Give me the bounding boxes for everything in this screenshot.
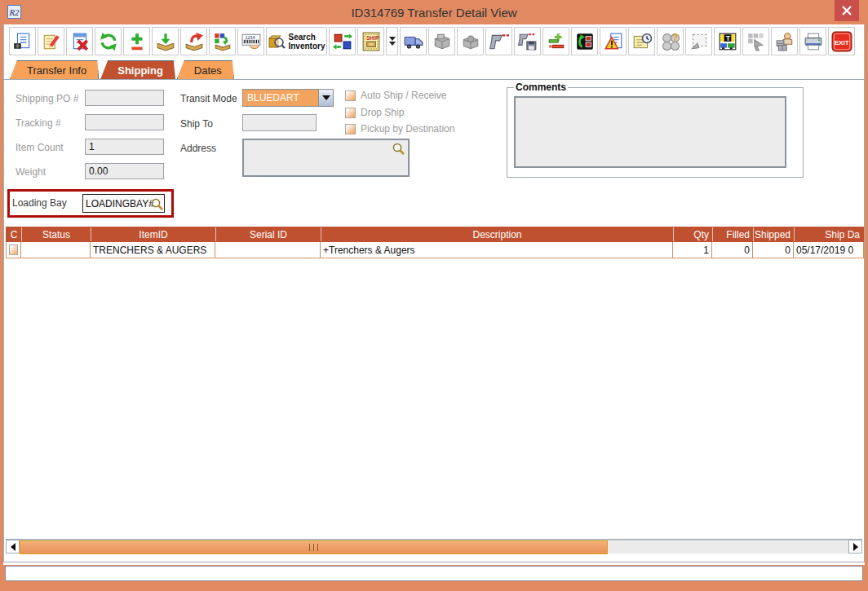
delete-transfer-button[interactable] (66, 27, 93, 55)
reverse-transfer-icon (575, 32, 595, 51)
row-cell-shipped: 0 (753, 242, 794, 258)
window-title: ID314769 Transfer Detail View (0, 6, 868, 20)
package-alt-disabled-button (457, 27, 484, 55)
scanner-gun-icon (489, 32, 509, 51)
auto-ship-receive-checkbox[interactable] (345, 90, 356, 101)
loading-bay-input[interactable]: LOADINGBAY# (82, 194, 165, 213)
row-select-checkbox[interactable] (9, 245, 18, 255)
auto-ship-receive-label: Auto Ship / Receive (361, 90, 446, 101)
col-header-c[interactable]: C (7, 227, 21, 241)
comments-textarea[interactable] (514, 96, 786, 168)
items-grid: C Status ItemID Serial ID Description Qt… (6, 227, 864, 258)
title-bar: R2 ID314769 Transfer Detail View (0, 0, 868, 24)
scan-save-button[interactable] (514, 27, 541, 55)
search-inventory-button[interactable]: SearchInventory (266, 27, 327, 55)
scroll-right-button[interactable] (848, 540, 862, 554)
scrollbar-track[interactable] (20, 540, 848, 554)
comments-label: Comments (514, 82, 568, 93)
scrollbar-thumb[interactable] (20, 540, 608, 554)
auto-ship-receive-row: Auto Ship / Receive (345, 90, 446, 101)
weight-input[interactable] (85, 163, 164, 179)
shipping-po-label: Shipping PO # (16, 93, 78, 104)
tab-label: Dates (194, 64, 222, 77)
truck-icon (404, 32, 423, 51)
status-strip (3, 562, 865, 565)
shipping-truck-button[interactable] (400, 27, 427, 55)
col-header-status[interactable]: Status (21, 227, 91, 241)
tracking-label: Tracking # (16, 117, 61, 129)
multi-box-arrow-icon (213, 32, 232, 51)
col-header-shipped[interactable]: Shipped (753, 227, 794, 241)
search-inventory-label: SearchInventory (288, 33, 325, 51)
toolbar: 1234 SearchInventory SHIP (3, 24, 865, 60)
col-header-serialid[interactable]: Serial ID (215, 227, 321, 241)
tracking-input[interactable] (85, 114, 164, 130)
col-header-shipdate[interactable]: Ship Da (794, 227, 863, 241)
new-document-icon (13, 32, 33, 51)
drop-ship-checkbox[interactable] (345, 108, 356, 118)
refresh-button[interactable] (95, 27, 122, 55)
new-transfer-button[interactable] (9, 27, 36, 55)
scroll-left-button[interactable] (6, 540, 20, 554)
edit-notes-icon (42, 32, 61, 51)
receive-items-button[interactable] (152, 27, 179, 55)
col-header-filled[interactable]: Filled (712, 227, 753, 241)
receive-multiple-button[interactable] (209, 27, 236, 55)
col-header-qty[interactable]: Qty (673, 227, 712, 241)
toolbar-options-button[interactable] (386, 27, 398, 55)
address-label: Address (180, 143, 216, 154)
box-arrow-out-icon (184, 32, 204, 51)
tab-dates[interactable]: Dates (177, 60, 234, 79)
svg-text:?: ? (672, 33, 678, 42)
pickup-by-destination-label: Pickup by Destination (361, 123, 454, 135)
horizontal-scrollbar (6, 539, 862, 554)
scan-barcode-button[interactable]: 1234 (237, 27, 264, 55)
ship-stamp-text: SHIP (366, 34, 379, 40)
add-item-button[interactable] (123, 27, 150, 55)
gray-boxes-alt-icon (461, 32, 480, 51)
adjust-items-button[interactable] (542, 27, 569, 55)
combo-dropdown-button[interactable] (318, 90, 333, 106)
customer-packages-button[interactable] (771, 27, 798, 55)
exit-icon: EXIT (831, 31, 852, 52)
close-button[interactable] (835, 0, 859, 21)
exception-report-button[interactable] (600, 27, 627, 55)
barcode-icon: 1234 (241, 32, 262, 51)
truck-ticket-button[interactable]: T (714, 27, 741, 55)
schedule-note-button[interactable] (628, 27, 655, 55)
item-count-input[interactable] (85, 139, 164, 155)
transit-mode-combo[interactable]: BLUEDART (242, 89, 334, 107)
select-region-disabled-button (685, 27, 712, 55)
tab-shipping[interactable]: Shipping (100, 60, 175, 79)
item-count-label: Item Count (16, 142, 64, 153)
shipping-po-input[interactable] (85, 90, 164, 106)
row-cell-status (21, 242, 91, 258)
drop-ship-label: Drop Ship (361, 107, 404, 118)
barcode-digits: 1234 (245, 34, 255, 39)
transfer-inventory-button[interactable] (329, 27, 356, 55)
shipping-tab-panel: Shipping PO # Tracking # Item Count Weig… (3, 79, 865, 562)
pickup-by-destination-checkbox[interactable] (345, 124, 356, 135)
print-button[interactable] (799, 27, 826, 55)
loading-bay-search-icon[interactable] (150, 197, 164, 211)
help-spheres-button[interactable]: ? (657, 27, 684, 55)
exit-button[interactable]: EXIT (828, 27, 855, 55)
move-blocks-disabled-button (742, 27, 769, 55)
scan-gun-button[interactable] (485, 27, 512, 55)
tab-label: Shipping (117, 64, 163, 77)
reverse-transfer-button[interactable] (571, 27, 598, 55)
address-search-icon[interactable] (392, 142, 405, 156)
row-cell-qty: 1 (673, 242, 712, 258)
ship-to-input[interactable] (242, 114, 317, 131)
tab-transfer-info[interactable]: Transfer Info (10, 60, 99, 79)
row-cell-serialid (215, 242, 321, 258)
address-box[interactable] (242, 139, 410, 177)
table-row[interactable]: TRENCHERS & AUGERS +Trenchers & Augers 1… (6, 242, 864, 258)
col-header-itemid[interactable]: ItemID (91, 227, 215, 241)
edit-transfer-button[interactable] (38, 27, 64, 55)
col-header-description[interactable]: Description (321, 227, 673, 241)
ship-stamp-icon: SHIP (361, 32, 381, 51)
ship-items-button[interactable] (180, 27, 207, 55)
ship-via-button[interactable]: SHIP (357, 27, 384, 55)
spheres-question-icon: ? (661, 32, 680, 51)
